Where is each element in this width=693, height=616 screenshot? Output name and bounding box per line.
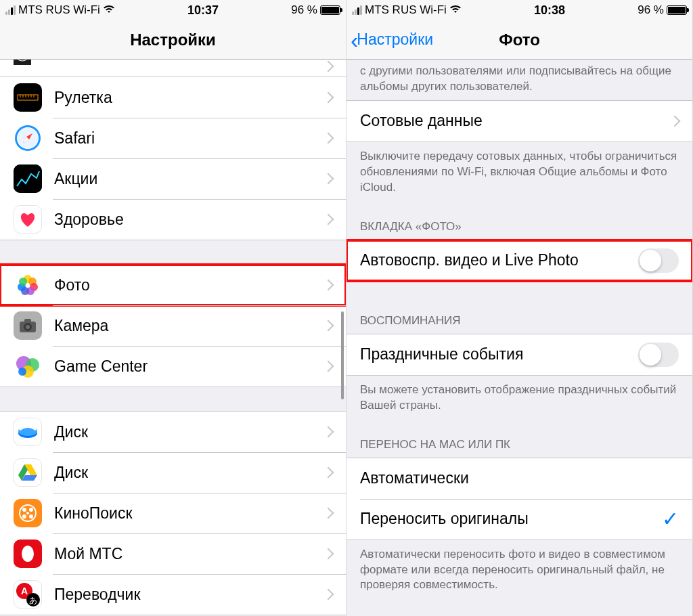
- clock: 10:38: [534, 3, 565, 18]
- chevron-icon: [323, 61, 334, 72]
- signal-icon: [352, 5, 362, 15]
- compass-icon: [14, 60, 31, 65]
- camera-icon: [14, 311, 42, 340]
- photos-tab-header: ВКЛАДКА «ФОТО»: [346, 201, 692, 240]
- battery-icon: [320, 5, 340, 15]
- yandex-disk-icon: [14, 418, 42, 446]
- battery-percent: 96 %: [638, 3, 664, 17]
- ruler-icon: [14, 83, 42, 112]
- row-mymts[interactable]: Мой МТС: [0, 533, 346, 574]
- row-label: Акции: [54, 170, 324, 188]
- row-label: Здоровье: [54, 211, 324, 229]
- chevron-icon: [323, 361, 334, 372]
- chevron-icon: [323, 508, 334, 519]
- scroll-indicator[interactable]: [341, 311, 344, 399]
- checkmark-icon: ✓: [662, 507, 679, 531]
- page-title: Фото: [499, 30, 540, 49]
- row-label: Рулетка: [54, 89, 324, 107]
- chevron-icon: [323, 589, 334, 600]
- navbar: Настройки: [0, 20, 346, 60]
- row-google-drive[interactable]: Диск: [0, 452, 346, 493]
- svg-point-38: [22, 514, 26, 519]
- row-label: Game Center: [54, 357, 324, 376]
- transfer-footer: Автоматически переносить фото и видео в …: [346, 540, 692, 599]
- row-label: КиноПоиск: [54, 504, 324, 523]
- chevron-icon: [323, 173, 334, 185]
- row-stocks[interactable]: Акции: [0, 158, 346, 199]
- battery-icon: [667, 5, 687, 15]
- row-safari[interactable]: Safari: [0, 118, 346, 158]
- settings-scroll[interactable]: Рулетка Safari Акции: [0, 60, 346, 616]
- back-button[interactable]: ‹ Настройки: [351, 20, 433, 59]
- svg-point-36: [22, 508, 26, 512]
- row-autoplay[interactable]: Автовоспр. видео и Live Photo: [346, 240, 692, 281]
- row-label: Диск: [54, 464, 324, 482]
- translator-icon: Aあ: [14, 580, 42, 609]
- row-ruler[interactable]: Рулетка: [0, 77, 346, 118]
- svg-point-25: [26, 325, 30, 329]
- row-label: Праздничные события: [360, 345, 638, 364]
- screen-photos-settings: MTS RUS Wi-Fi 10:38 96 % ‹ Настройки Фот…: [346, 0, 693, 616]
- row-health[interactable]: Здоровье: [0, 199, 346, 240]
- signal-icon: [5, 5, 16, 15]
- battery-percent: 96 %: [291, 3, 317, 17]
- row-photos[interactable]: Фото: [0, 265, 346, 305]
- row-transfer-auto[interactable]: Автоматически: [346, 458, 692, 499]
- wifi-icon: [449, 3, 462, 17]
- holiday-toggle[interactable]: [638, 343, 679, 367]
- chevron-icon: [669, 115, 681, 127]
- row-compass-cut[interactable]: [0, 60, 346, 77]
- status-bar: MTS RUS Wi-Fi 10:37 96 %: [0, 0, 346, 20]
- status-bar: MTS RUS Wi-Fi 10:38 96 %: [346, 0, 692, 20]
- chevron-icon: [323, 92, 334, 104]
- gamecenter-icon: [14, 352, 42, 380]
- row-transfer-originals[interactable]: Переносить оригиналы ✓: [346, 499, 692, 540]
- chevron-icon: [323, 214, 334, 225]
- row-label: Переводчик: [54, 586, 324, 604]
- back-label: Настройки: [357, 30, 433, 49]
- row-label: Камера: [54, 317, 324, 335]
- row-label: Автовоспр. видео и Live Photo: [360, 251, 638, 269]
- chevron-icon: [323, 320, 334, 332]
- row-translator[interactable]: Aあ Переводчик: [0, 574, 346, 615]
- svg-text:A: A: [21, 586, 28, 596]
- row-label: Фото: [54, 276, 324, 294]
- row-gamecenter[interactable]: Game Center: [0, 346, 346, 387]
- screen-settings-list: MTS RUS Wi-Fi 10:37 96 % Настройки Ру: [0, 0, 346, 616]
- wifi-icon: [103, 3, 115, 17]
- memories-header: ВОСПОМИНАНИЯ: [346, 282, 692, 334]
- row-label: Safari: [54, 129, 324, 148]
- row-label: Сотовые данные: [360, 112, 671, 130]
- safari-icon: [14, 124, 42, 152]
- chevron-icon: [323, 548, 334, 560]
- kinopoisk-icon: [14, 499, 42, 527]
- row-cellular-data[interactable]: Сотовые данные: [346, 101, 692, 141]
- row-yandex-disk[interactable]: Диск: [0, 412, 346, 452]
- cellular-footer: Выключите передачу сотовых данных, чтобы…: [346, 142, 692, 201]
- svg-point-41: [22, 546, 34, 562]
- autoplay-toggle[interactable]: [638, 248, 679, 273]
- shared-albums-footer: с другими пользователями или подписывайт…: [346, 60, 692, 100]
- photos-scroll[interactable]: с другими пользователями или подписывайт…: [346, 60, 692, 616]
- svg-point-29: [18, 368, 26, 376]
- row-kinopoisk[interactable]: КиноПоиск: [0, 493, 346, 533]
- navbar: ‹ Настройки Фото: [346, 20, 692, 60]
- health-icon: [14, 205, 42, 234]
- transfer-header: ПЕРЕНОС НА MAC ИЛИ ПК: [346, 419, 692, 458]
- photos-icon: [14, 271, 42, 299]
- row-label: Автоматически: [360, 469, 679, 487]
- holiday-footer: Вы можете установить отображение праздни…: [346, 376, 692, 419]
- row-label: Переносить оригиналы: [360, 510, 662, 528]
- svg-point-40: [26, 512, 29, 514]
- row-camera[interactable]: Камера: [0, 305, 346, 346]
- chevron-icon: [323, 280, 334, 291]
- row-holiday-events[interactable]: Праздничные события: [346, 334, 692, 375]
- svg-point-0: [15, 60, 30, 61]
- carrier-label: MTS RUS Wi-Fi: [18, 3, 100, 17]
- stocks-icon: [14, 164, 42, 193]
- clock: 10:37: [187, 3, 219, 18]
- svg-text:あ: あ: [29, 596, 37, 605]
- svg-point-21: [19, 278, 27, 286]
- svg-rect-23: [24, 319, 31, 323]
- svg-point-37: [29, 508, 33, 512]
